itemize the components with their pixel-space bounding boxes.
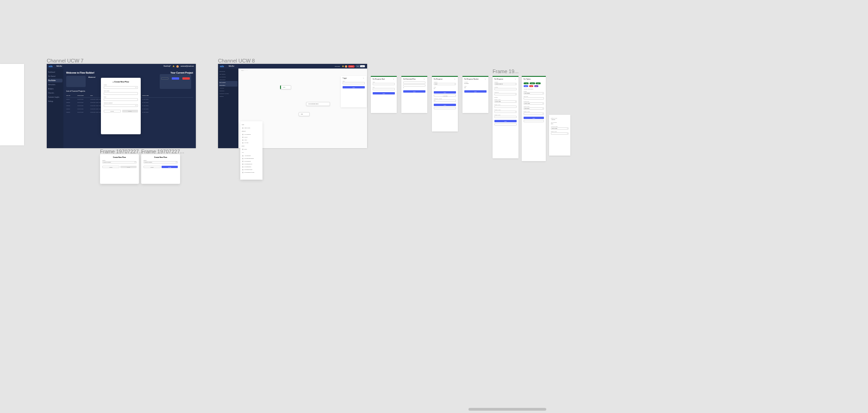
- create-flow-card-2[interactable]: Create New Flow Client # Channel Chatbot…: [141, 154, 180, 184]
- side-panel-3[interactable]: For Response✎ Content Select Time 24 Sav…: [432, 76, 458, 131]
- panel-checkbox[interactable]: Activate conversation: [524, 88, 544, 89]
- panel-select[interactable]: Call to Action: [551, 127, 568, 130]
- card-create-btn-disabled[interactable]: Create: [120, 166, 137, 168]
- card-create-btn-active[interactable]: Create: [162, 166, 178, 168]
- panel-select[interactable]: Call to Action: [524, 102, 544, 105]
- toggle-draft[interactable]: Draft: [360, 65, 365, 67]
- modal-flow-input[interactable]: [104, 98, 138, 101]
- panel-save-btn[interactable]: Save: [434, 91, 456, 94]
- modal-flowname-input[interactable]: [104, 92, 138, 95]
- panel-save-btn[interactable]: Save: [494, 120, 517, 122]
- partial-frame-left[interactable]: [0, 64, 24, 145]
- edit-icon[interactable]: ✎: [454, 78, 456, 80]
- card-cancel-btn[interactable]: Cancel: [102, 166, 119, 168]
- edit-icon[interactable]: ✎: [424, 78, 425, 80]
- project-outline-btn[interactable]: [161, 77, 169, 80]
- panel-select[interactable]: Text Channel: [524, 92, 544, 94]
- panel-select[interactable]: Call to Action: [494, 100, 517, 103]
- bell-icon[interactable]: 🔔: [173, 65, 175, 67]
- th-client[interactable]: Client Name: [77, 95, 89, 96]
- panel-save-btn[interactable]: Save: [464, 90, 487, 93]
- card-cancel-btn[interactable]: Cancel: [144, 166, 161, 168]
- palette-item[interactable]: Delay: [242, 148, 261, 150]
- sidebar-item-settings[interactable]: Settings: [48, 100, 62, 103]
- panel-select[interactable]: [494, 111, 517, 113]
- modal-cancel-btn[interactable]: Cancel: [104, 110, 121, 113]
- panel-select[interactable]: [524, 113, 544, 115]
- side-panel-1[interactable]: For Response Back✎ Time Text Save: [371, 76, 397, 113]
- card-client-select[interactable]: Channel Chatbot: [144, 161, 178, 163]
- panel-save-btn[interactable]: Save: [343, 86, 365, 88]
- palette-item[interactable]: Start or Rate: [242, 126, 261, 129]
- panel-save-btn-2[interactable]: Save: [434, 104, 456, 106]
- edit-icon[interactable]: ✎: [485, 78, 487, 80]
- panel-input[interactable]: [494, 88, 517, 90]
- panel-input[interactable]: [403, 81, 425, 84]
- palette-item[interactable]: For Rate: [242, 141, 261, 144]
- panel-stepper[interactable]: 1: [434, 100, 456, 102]
- card-client-select[interactable]: Channel Chatbot: [102, 161, 137, 163]
- node-response[interactable]: For Response Back: [306, 102, 330, 106]
- panel-save-btn[interactable]: Save: [524, 117, 544, 119]
- side-panel-0[interactable]: Trigger✎ Time Save: [341, 76, 367, 107]
- panel-checkbox-label[interactable]: Channels Allocate: [434, 98, 456, 99]
- panel-input[interactable]: [403, 84, 425, 87]
- panel-cancel-btn[interactable]: [494, 123, 517, 125]
- panel-select[interactable]: [494, 93, 517, 95]
- panel-save-btn[interactable]: Save: [373, 92, 395, 94]
- panel-select[interactable]: Custom Follow up: [494, 83, 517, 85]
- side-panel-6[interactable]: For Options + Add Button GPT Back Go End…: [522, 76, 546, 161]
- panel-select[interactable]: [551, 132, 568, 135]
- sidebar-item-analytics[interactable]: Analytics: [48, 87, 62, 91]
- side-panel-4[interactable]: For Response Random✎ Content Text Box Ti…: [462, 76, 488, 113]
- tag[interactable]: Back: [524, 85, 528, 87]
- palette-item[interactable]: Set Response to Rate: [242, 171, 261, 174]
- horizontal-scrollbar-thumb[interactable]: [468, 408, 546, 411]
- panel-save-btn[interactable]: Save: [403, 90, 425, 93]
- panel-outline-btn-2[interactable]: [434, 107, 456, 109]
- panel-select[interactable]: Select: [434, 83, 456, 85]
- panel-input[interactable]: [373, 88, 395, 90]
- side-panel-5[interactable]: For Response✎ Content Custom Follow up C…: [493, 76, 518, 158]
- panel-input[interactable]: [524, 97, 544, 100]
- need-help-link[interactable]: Need help?: [164, 65, 171, 67]
- publish-button[interactable]: Publish: [348, 65, 354, 68]
- th-flow-id[interactable]: Flow ID: [66, 95, 76, 96]
- panel-input[interactable]: [373, 83, 395, 85]
- avatar[interactable]: [345, 65, 347, 68]
- edit-icon[interactable]: ✎: [393, 78, 395, 80]
- panel-input[interactable]: [494, 116, 517, 118]
- side-panel-2[interactable]: Set Generated Flow✎ 2 Save: [401, 76, 427, 113]
- sidebar-item-flow-builder[interactable]: Flow Builder: [48, 79, 62, 82]
- create-flow-card-1[interactable]: Create New Flow Client # Channel Chatbot…: [100, 154, 139, 184]
- bell-icon[interactable]: 🔔: [342, 65, 344, 67]
- sidebar-item-channels[interactable]: Channels: [48, 91, 62, 95]
- node-start[interactable]: Start: [280, 85, 291, 89]
- modal-client-select[interactable]: [104, 86, 138, 89]
- sidebar-item-insights[interactable]: Customer Insights: [48, 95, 62, 99]
- tag[interactable]: Go: [529, 85, 533, 87]
- sidebar-item[interactable]: Settings: [219, 95, 237, 98]
- edit-icon[interactable]: ✎: [363, 77, 365, 79]
- modal-channel-select[interactable]: [104, 104, 138, 107]
- sidebar-item-dashboard[interactable]: Dashboard: [48, 70, 62, 74]
- toggle-ctrl[interactable]: Ctrl: [356, 65, 360, 67]
- avatar[interactable]: [176, 65, 179, 68]
- project-primary-btn[interactable]: [172, 77, 179, 80]
- edit-icon[interactable]: ✎: [515, 78, 517, 80]
- sidebar-item-interactions[interactable]: Interactions: [48, 83, 62, 87]
- panel-select[interactable]: Quick Reply: [524, 107, 544, 110]
- mode-toggle[interactable]: Ctrl Draft: [356, 65, 365, 68]
- node-end[interactable]: end: [299, 112, 310, 116]
- panel-input[interactable]: [343, 82, 365, 84]
- panel-cancel-btn[interactable]: [524, 120, 544, 122]
- need-help-link[interactable]: Need help?: [333, 65, 341, 68]
- th-date[interactable]: Publish Date: [142, 95, 153, 96]
- side-panel-7[interactable]: Button 2 Type Account Text Random Text W…: [549, 115, 570, 156]
- modal-create-btn[interactable]: Create: [122, 110, 138, 113]
- panel-input[interactable]: [494, 106, 517, 108]
- sidebar-item-get-started[interactable]: Get Started: [48, 75, 62, 78]
- project-delete-btn[interactable]: [182, 77, 190, 80]
- panel-outline-btn[interactable]: + Add more: [434, 94, 456, 97]
- design-canvas[interactable]: Channel UCW 7 Channel UCW 8 Frame 19... …: [0, 0, 868, 413]
